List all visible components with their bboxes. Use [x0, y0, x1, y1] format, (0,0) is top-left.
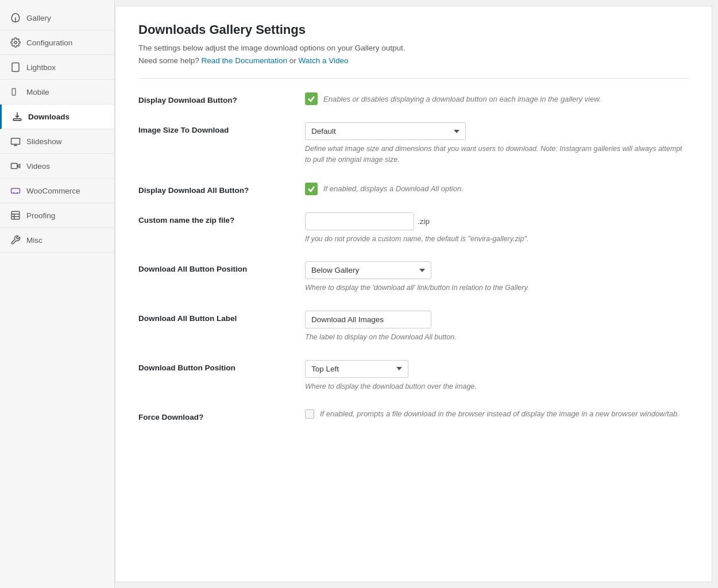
sidebar-item-slideshow[interactable]: Slideshow [0, 129, 114, 154]
zip-suffix: .zip [418, 217, 430, 226]
setting-download-all-label: Download All Button Label The label to d… [138, 311, 689, 343]
docs-link[interactable]: Read the Documentation [202, 56, 287, 65]
svg-rect-2 [12, 63, 19, 72]
checkbox-row-force-download: If enabled, prompts a file download in t… [305, 409, 689, 419]
checkbox-row-download-button: Enables or disables displaying a downloa… [305, 92, 689, 105]
setting-display-download-button: Display Download Button? Enables or disa… [138, 92, 689, 105]
sidebar: Gallery Configuration Lightbox [0, 0, 115, 588]
page-title: Downloads Gallery Settings [138, 22, 689, 37]
wrench-icon [10, 235, 21, 245]
svg-rect-7 [11, 138, 20, 145]
control-download-button-position: Top Left Top Right Bottom Left Bottom Ri… [305, 360, 689, 392]
label-download-button-position: Download Button Position [138, 360, 288, 372]
setting-zip-name: Custom name the zip file? .zip If you do… [138, 212, 689, 245]
control-zip-name: .zip If you do not provide a custom name… [305, 212, 689, 245]
select-image-size[interactable]: Default Full Large Medium Thumbnail [305, 122, 466, 140]
desc-download-all-position: Where to display the 'download all' link… [305, 283, 689, 293]
sidebar-item-label-slideshow: Slideshow [26, 137, 62, 146]
video-icon [10, 161, 21, 171]
download-icon [12, 111, 22, 122]
control-download-all-position: Below Gallery Above Gallery Where to dis… [305, 261, 689, 293]
label-download-all-position: Download All Button Position [138, 261, 288, 273]
slideshow-icon [10, 136, 21, 146]
sidebar-item-woocommerce[interactable]: WooCommerce [0, 179, 114, 203]
sidebar-item-lightbox[interactable]: Lightbox [0, 55, 114, 80]
sidebar-item-label-woocommerce: WooCommerce [26, 187, 80, 195]
sidebar-item-label-downloads: Downloads [28, 113, 70, 121]
download-all-label-input[interactable] [305, 311, 431, 328]
setting-display-download-all: Display Download All Button? If enabled,… [138, 183, 689, 195]
svg-point-1 [14, 41, 17, 44]
sidebar-item-label-lightbox: Lightbox [26, 63, 56, 72]
video-link[interactable]: Watch a Video [298, 56, 348, 65]
svg-rect-12 [11, 188, 20, 193]
subtitle-line1: The settings below adjust the image down… [138, 44, 406, 52]
svg-point-13 [13, 192, 14, 194]
setting-download-all-position: Download All Button Position Below Galle… [138, 261, 689, 293]
label-force-download: Force Download? [138, 409, 288, 421]
woo-icon [10, 185, 21, 196]
proofing-icon [10, 210, 21, 220]
control-download-all-label: The label to display on the Download All… [305, 311, 689, 343]
sidebar-item-label-gallery: Gallery [26, 14, 51, 22]
checkbox-display-download-button[interactable] [305, 92, 318, 105]
gear-icon [10, 37, 21, 48]
label-zip-name: Custom name the zip file? [138, 212, 288, 225]
checkbox-display-download-all[interactable] [305, 183, 318, 195]
setting-download-button-position: Download Button Position Top Left Top Ri… [138, 360, 689, 392]
or-text: or [289, 56, 299, 65]
svg-rect-10 [11, 164, 18, 169]
sidebar-item-downloads[interactable]: Downloads [0, 105, 114, 129]
sidebar-item-videos[interactable]: Videos [0, 154, 114, 179]
subtitle: The settings below adjust the image down… [138, 42, 689, 67]
sidebar-item-proofing[interactable]: Proofing [0, 203, 114, 228]
control-display-download-all: If enabled, displays a Download All opti… [305, 183, 689, 195]
select-download-button-position[interactable]: Top Left Top Right Bottom Left Bottom Ri… [305, 360, 408, 378]
label-download-all-label: Download All Button Label [138, 311, 288, 323]
mobile-icon [10, 87, 21, 97]
desc-download-all-label: The label to display on the Download All… [305, 332, 689, 343]
zip-name-input[interactable] [305, 212, 414, 230]
zip-row: .zip [305, 212, 689, 230]
sidebar-item-label-proofing: Proofing [26, 211, 55, 220]
sidebar-item-label-configuration: Configuration [26, 38, 72, 47]
label-display-download-all: Display Download All Button? [138, 183, 288, 195]
desc-download-button-position: Where to display the download button ove… [305, 381, 689, 392]
subtitle-line2: Need some help? [138, 56, 199, 65]
svg-point-14 [17, 192, 18, 194]
checkbox-row-download-all: If enabled, displays a Download All opti… [305, 183, 689, 195]
control-force-download: If enabled, prompts a file download in t… [305, 409, 689, 419]
divider [138, 78, 689, 79]
tablet-icon [10, 62, 21, 72]
sidebar-item-mobile[interactable]: Mobile [0, 80, 114, 105]
desc-display-download-button: Enables or disables displaying a downloa… [323, 95, 601, 103]
sidebar-item-label-misc: Misc [26, 236, 43, 245]
desc-force-download: If enabled, prompts a file download in t… [320, 409, 680, 418]
setting-force-download: Force Download? If enabled, prompts a fi… [138, 409, 689, 421]
sidebar-item-configuration[interactable]: Configuration [0, 30, 114, 55]
checkbox-force-download[interactable] [305, 409, 314, 419]
svg-rect-15 [11, 211, 20, 219]
label-image-size: Image Size To Download [138, 122, 288, 134]
desc-display-download-all: If enabled, displays a Download All opti… [323, 184, 464, 193]
control-image-size: Default Full Large Medium Thumbnail Defi… [305, 122, 689, 165]
setting-image-size: Image Size To Download Default Full Larg… [138, 122, 689, 165]
desc-image-size: Define what image size and dimensions th… [305, 144, 689, 165]
control-display-download-button: Enables or disables displaying a downloa… [305, 92, 689, 105]
select-download-all-position[interactable]: Below Gallery Above Gallery [305, 261, 431, 279]
sidebar-item-label-videos: Videos [26, 162, 50, 171]
desc-zip-name: If you do not provide a custom name, the… [305, 234, 689, 245]
sidebar-item-gallery[interactable]: Gallery [0, 6, 114, 30]
sidebar-item-misc[interactable]: Misc [0, 228, 114, 253]
svg-rect-4 [12, 88, 16, 95]
main-content: Downloads Gallery Settings The settings … [115, 6, 712, 582]
sidebar-item-label-mobile: Mobile [26, 88, 49, 96]
leaf-icon [10, 13, 21, 23]
label-display-download-button: Display Download Button? [138, 92, 288, 105]
svg-rect-6 [13, 119, 21, 121]
